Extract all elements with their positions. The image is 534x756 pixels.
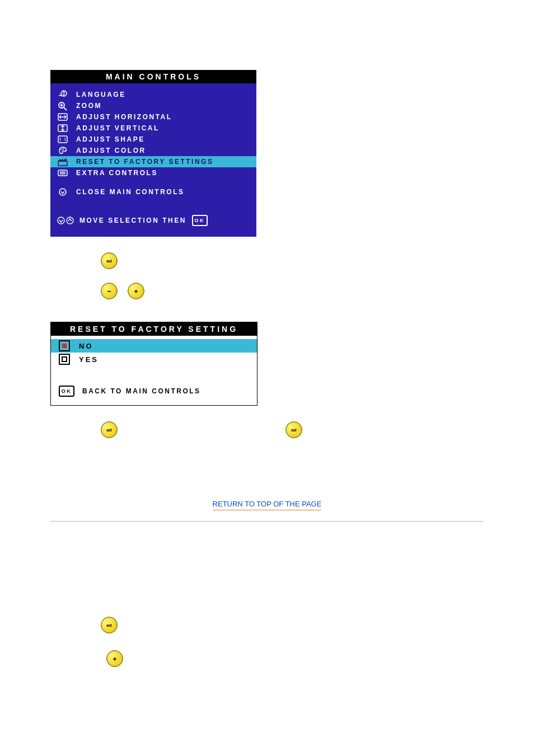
return-top-link[interactable]: RETURN TO TOP OF THE PAGE <box>213 500 322 510</box>
ok-button[interactable]: ad <box>101 252 118 269</box>
close-circle-icon <box>57 187 68 196</box>
svg-line-2 <box>64 107 67 110</box>
menu-item-zoom[interactable]: ZOOM <box>50 100 256 111</box>
minus-button[interactable]: − <box>101 283 118 299</box>
button-row: + <box>106 650 484 667</box>
main-controls-title: MAIN CONTROLS <box>50 70 256 83</box>
adjust-shape-icon <box>57 135 68 144</box>
ok-button[interactable]: ad <box>101 421 118 438</box>
svg-point-20 <box>67 217 73 224</box>
menu-item-adjust-shape[interactable]: ADJUST SHAPE <box>50 134 256 145</box>
reset-factory-panel: RESET TO FACTORY SETTING NO YES OK BACK … <box>50 322 257 406</box>
menu-label: ADJUST VERTICAL <box>76 124 160 132</box>
option-label: NO <box>79 342 93 350</box>
menu-label: RESET TO FACTORY SETTINGS <box>76 158 213 166</box>
button-row: ad <box>101 617 484 633</box>
factory-icon <box>57 157 68 166</box>
menu-item-reset-factory[interactable]: RESET TO FACTORY SETTINGS <box>50 156 256 167</box>
option-yes[interactable]: YES <box>51 353 257 366</box>
extra-controls-icon <box>57 168 68 177</box>
svg-point-19 <box>58 217 64 224</box>
adjust-horizontal-icon <box>57 112 68 121</box>
main-controls-body: LANGUAGE ZOOM ADJUST HORIZONTAL ADJUST V… <box>50 83 256 237</box>
svg-rect-9 <box>58 136 67 143</box>
menu-label: LANGUAGE <box>76 91 126 98</box>
svg-point-0 <box>61 91 67 96</box>
spacer <box>50 179 256 186</box>
button-row: ad <box>101 252 484 269</box>
option-no[interactable]: NO <box>51 339 257 353</box>
svg-rect-12 <box>58 161 67 166</box>
globe-hand-icon <box>57 90 68 99</box>
unselected-box-icon <box>59 354 70 365</box>
return-top-link-wrap: RETURN TO TOP OF THE PAGE <box>50 499 484 509</box>
menu-label: ZOOM <box>76 102 102 110</box>
up-down-arrows-icon <box>57 215 74 226</box>
plus-button[interactable]: + <box>106 650 123 667</box>
selected-box-icon <box>59 340 70 351</box>
menu-label: ADJUST COLOR <box>76 147 146 154</box>
reset-factory-body: NO YES OK BACK TO MAIN CONTROLS <box>51 336 257 405</box>
ok-button[interactable]: ad <box>101 617 118 633</box>
hint-label: MOVE SELECTION THEN <box>79 217 186 224</box>
hint-row: MOVE SELECTION THEN OK <box>50 214 256 227</box>
menu-item-adjust-color[interactable]: ADJUST COLOR <box>50 145 256 156</box>
menu-item-adjust-vertical[interactable]: ADJUST VERTICAL <box>50 123 256 134</box>
svg-point-10 <box>60 149 62 150</box>
menu-item-adjust-horizontal[interactable]: ADJUST HORIZONTAL <box>50 111 256 123</box>
ok-button[interactable]: ad <box>285 421 302 438</box>
svg-point-11 <box>63 148 64 149</box>
button-row: − + <box>101 283 484 299</box>
divider <box>50 521 484 522</box>
back-label: BACK TO MAIN CONTROLS <box>82 387 201 395</box>
menu-label: ADJUST SHAPE <box>76 135 145 143</box>
ok-indicator-icon: OK <box>59 386 74 397</box>
reset-factory-title: RESET TO FACTORY SETTING <box>51 322 257 336</box>
menu-label: ADJUST HORIZONTAL <box>76 113 172 121</box>
back-row[interactable]: OK BACK TO MAIN CONTROLS <box>51 385 257 397</box>
button-row: ad ad <box>50 421 484 438</box>
menu-item-close[interactable]: CLOSE MAIN CONTROLS <box>50 186 256 198</box>
adjust-vertical-icon <box>57 124 68 133</box>
main-controls-panel: MAIN CONTROLS LANGUAGE ZOOM ADJUST HORIZ… <box>50 70 256 237</box>
menu-item-language[interactable]: LANGUAGE <box>50 89 256 100</box>
menu-item-extra-controls[interactable]: EXTRA CONTROLS <box>50 167 256 179</box>
palette-icon <box>57 146 68 155</box>
magnifier-icon <box>57 101 68 110</box>
menu-label: EXTRA CONTROLS <box>76 169 158 177</box>
menu-label: CLOSE MAIN CONTROLS <box>76 188 185 196</box>
option-label: YES <box>79 355 99 364</box>
plus-button[interactable]: + <box>128 283 144 299</box>
ok-indicator-icon: OK <box>192 215 208 226</box>
